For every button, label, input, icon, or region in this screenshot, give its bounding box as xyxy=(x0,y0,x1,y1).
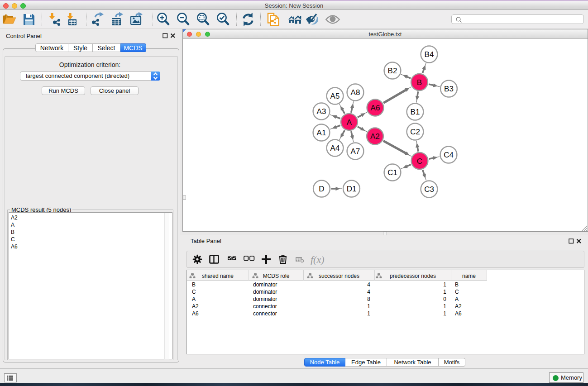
svg-text:A: A xyxy=(347,118,352,127)
svg-text:A4: A4 xyxy=(330,144,340,152)
svg-text:D1: D1 xyxy=(347,185,357,193)
svg-text:C1: C1 xyxy=(387,168,397,177)
svg-text:A3: A3 xyxy=(317,107,326,116)
svg-text:A6: A6 xyxy=(371,104,380,112)
svg-text:A5: A5 xyxy=(330,92,340,100)
svg-text:A8: A8 xyxy=(351,88,360,97)
svg-text:C4: C4 xyxy=(444,151,454,159)
svg-text:C: C xyxy=(417,157,422,166)
svg-text:B: B xyxy=(417,78,422,87)
svg-text:C2: C2 xyxy=(410,128,420,136)
svg-text:A2: A2 xyxy=(370,132,380,141)
svg-text:A7: A7 xyxy=(351,147,360,156)
svg-text:B1: B1 xyxy=(411,108,420,116)
svg-text:B4: B4 xyxy=(425,50,434,59)
svg-text:B3: B3 xyxy=(444,85,454,93)
svg-text:A1: A1 xyxy=(317,129,326,137)
svg-text:C3: C3 xyxy=(424,185,434,194)
svg-text:B2: B2 xyxy=(388,67,397,75)
svg-text:D: D xyxy=(319,185,324,193)
